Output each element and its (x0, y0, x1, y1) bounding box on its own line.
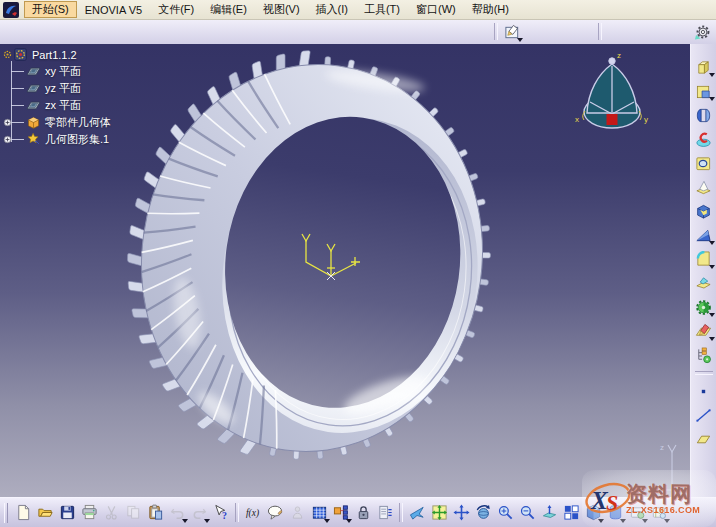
power-copy-icon (289, 504, 306, 521)
watermark: X S 资料网 ZL.XS1616.COM (582, 470, 716, 527)
zoom-in-button[interactable] (494, 502, 516, 524)
rotate-icon (475, 504, 492, 521)
catalog-icon (695, 347, 712, 364)
formula-button[interactable]: f(x) (242, 502, 264, 524)
zoom-out-icon (519, 504, 536, 521)
sketch-tools-button[interactable] (501, 21, 523, 43)
save-button[interactable] (56, 502, 78, 524)
toolbar-separator (598, 23, 602, 40)
menu-item-tools[interactable]: 工具(T) (356, 1, 408, 18)
settings-button[interactable] (691, 21, 713, 43)
fly-mode-button[interactable] (406, 502, 428, 524)
menu-item-help[interactable]: 帮助(H) (464, 1, 517, 18)
lock-button[interactable] (352, 502, 374, 524)
dropdown-caret-icon[interactable] (709, 313, 715, 317)
pan-button[interactable] (450, 502, 472, 524)
tree-item[interactable]: zx 平面 (2, 97, 111, 114)
menu-item-file[interactable]: 文件(F) (150, 1, 202, 18)
menu-item-start[interactable]: 开始(S) (24, 1, 77, 18)
dropdown-caret-icon[interactable] (709, 265, 715, 269)
design-table-button[interactable] (308, 502, 330, 524)
whats-this-button[interactable]: ? (210, 502, 232, 524)
redo-button[interactable] (188, 502, 210, 524)
plane-button[interactable] (693, 428, 715, 450)
tree-item[interactable]: xy 平面 (2, 63, 111, 80)
edge-fillet-button[interactable] (693, 248, 715, 270)
menu-item-insert[interactable]: 插入(I) (308, 1, 356, 18)
tree-item-label[interactable]: xy 平面 (45, 64, 81, 79)
menu-item-edit[interactable]: 编辑(E) (202, 1, 255, 18)
shaft-button[interactable] (693, 104, 715, 126)
rib-button[interactable] (693, 128, 715, 150)
shaft-icon (695, 107, 712, 124)
tree-item[interactable]: yz 平面 (2, 80, 111, 97)
toolbar-separator (399, 503, 403, 522)
copy-button[interactable] (122, 502, 144, 524)
thickness-button[interactable] (693, 272, 715, 294)
shell-button[interactable] (693, 200, 715, 222)
dropdown-caret-icon[interactable] (709, 73, 715, 77)
zoom-out-button[interactable] (516, 502, 538, 524)
compass-y-label: y (644, 115, 648, 124)
toolbar-separator (695, 371, 713, 375)
open-icon (37, 504, 54, 521)
menu-item-enovia[interactable]: ENOVIA V5 (77, 3, 150, 17)
new-document-button[interactable] (12, 502, 34, 524)
cut-button[interactable] (100, 502, 122, 524)
menu-item-view[interactable]: 视图(V) (255, 1, 308, 18)
part-design-toolbar (690, 44, 716, 497)
boolean-operations-button[interactable] (693, 296, 715, 318)
point-button[interactable] (693, 380, 715, 402)
draft-angle-icon (695, 179, 712, 196)
formula-icon: f(x) (245, 504, 262, 521)
treeplane-icon (26, 98, 41, 113)
knowledge-template-button[interactable] (330, 502, 352, 524)
dropdown-caret-icon[interactable] (709, 337, 715, 341)
normal-view-button[interactable] (538, 502, 560, 524)
chamfer-button[interactable] (693, 224, 715, 246)
whats-this-icon: ? (213, 504, 230, 521)
toolbar-grip[interactable] (4, 503, 8, 523)
tree-item-label[interactable]: 零部件几何体 (45, 115, 111, 130)
tree-root[interactable]: Part1.1.2 (2, 46, 111, 63)
compass-center[interactable] (607, 114, 618, 125)
open-button[interactable] (34, 502, 56, 524)
svg-text:f(x): f(x) (245, 508, 258, 519)
new-document-icon (15, 504, 32, 521)
tree-item-label[interactable]: zx 平面 (45, 98, 81, 113)
menu-item-window[interactable]: 窗口(W) (408, 1, 464, 18)
print-button[interactable] (78, 502, 100, 524)
tree-item[interactable]: 零部件几何体 (2, 114, 111, 131)
fit-all-in-button[interactable] (428, 502, 450, 524)
draft-angle-button[interactable] (693, 176, 715, 198)
svg-text:?: ? (221, 510, 226, 521)
save-icon (59, 504, 76, 521)
tree-branch (11, 71, 24, 72)
tree-root-label[interactable]: Part1.1.2 (32, 49, 77, 61)
power-copy-button[interactable] (286, 502, 308, 524)
pad-button[interactable] (693, 56, 715, 78)
tree-item[interactable]: 几何图形集.1 (2, 131, 111, 148)
pocket-button[interactable] (693, 80, 715, 102)
hole-button[interactable] (693, 152, 715, 174)
part-icon (13, 47, 28, 62)
catia-window: 开始(S)ENOVIA V5文件(F)编辑(E)视图(V)插入(I)工具(T)窗… (0, 0, 716, 527)
multi-view-button[interactable] (560, 502, 582, 524)
check-analysis-button[interactable] (374, 502, 396, 524)
sketcher-button[interactable] (693, 320, 715, 342)
dropdown-caret-icon[interactable] (709, 97, 715, 101)
comment-button[interactable] (264, 502, 286, 524)
viewport-3d[interactable]: z x y z Part1.1.2xy 平面yz 平面zx 平面零部件几何体几何… (0, 44, 690, 497)
dropdown-caret-icon[interactable] (517, 38, 523, 42)
hole-icon (695, 155, 712, 172)
tree-item-label[interactable]: yz 平面 (45, 81, 81, 96)
compass-handle[interactable] (609, 58, 615, 64)
line-icon (695, 407, 712, 424)
undo-button[interactable] (166, 502, 188, 524)
catalog-button[interactable] (693, 344, 715, 366)
line-button[interactable] (693, 404, 715, 426)
tree-item-label[interactable]: 几何图形集.1 (45, 132, 109, 147)
paste-button[interactable] (144, 502, 166, 524)
rotate-button[interactable] (472, 502, 494, 524)
dropdown-caret-icon[interactable] (709, 241, 715, 245)
